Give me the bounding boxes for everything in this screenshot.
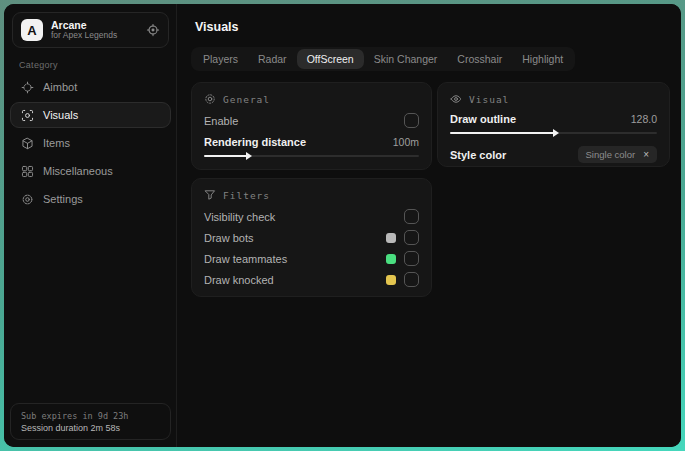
tab-skin-changer[interactable]: Skin Changer <box>364 49 448 69</box>
funnel-icon <box>204 189 216 201</box>
draw-outline-value: 128.0 <box>631 113 657 125</box>
visibility-check-checkbox[interactable] <box>404 209 419 224</box>
draw-bots-label: Draw bots <box>204 232 254 244</box>
filters-section-header: Filters <box>204 189 419 201</box>
draw-knocked-row: Draw knocked <box>204 272 419 287</box>
visibility-check-row: Visibility check <box>204 209 419 224</box>
draw-knocked-checkbox[interactable] <box>404 272 419 287</box>
style-color-select[interactable]: Single color × <box>578 146 657 163</box>
slider-arrow-icon <box>246 152 252 160</box>
slider-arrow-icon <box>553 129 559 137</box>
filters-section: Filters Visibility check Draw bots Draw … <box>191 178 432 297</box>
rendering-distance-slider[interactable] <box>204 152 419 160</box>
slider-thumb[interactable] <box>450 132 554 134</box>
enable-row: Enable <box>204 113 419 128</box>
enable-checkbox[interactable] <box>404 113 419 128</box>
sidebar: A Arcane for Apex Legends Category Aimbo… <box>4 4 177 447</box>
draw-knocked-label: Draw knocked <box>204 274 274 286</box>
sidebar-item-aimbot[interactable]: Aimbot <box>10 74 171 100</box>
tab-crosshair[interactable]: Crosshair <box>447 49 512 69</box>
subscription-status-card: Sub expires in 9d 23h Session duration 2… <box>10 403 171 440</box>
style-color-label: Style color <box>450 149 506 161</box>
sidebar-menu: Aimbot Visuals Items <box>10 74 171 212</box>
tab-radar[interactable]: Radar <box>248 49 297 69</box>
draw-teammates-label: Draw teammates <box>204 253 287 265</box>
desktop-background: A Arcane for Apex Legends Category Aimbo… <box>0 0 685 451</box>
cube-icon <box>21 137 34 150</box>
target-icon[interactable] <box>146 23 160 37</box>
draw-bots-row: Draw bots <box>204 230 419 245</box>
style-color-row: Style color Single color × <box>450 146 657 163</box>
grid-icon <box>21 165 34 178</box>
crosshair-icon <box>21 81 34 94</box>
rendering-distance-row: Rendering distance 100m <box>204 136 419 148</box>
draw-bots-checkbox[interactable] <box>404 230 419 245</box>
draw-teammates-checkbox[interactable] <box>404 251 419 266</box>
rendering-distance-value: 100m <box>393 136 419 148</box>
general-section-title: General <box>223 94 270 105</box>
draw-knocked-color-swatch[interactable] <box>386 275 396 285</box>
draw-teammates-color-swatch[interactable] <box>386 254 396 264</box>
sidebar-item-visuals[interactable]: Visuals <box>10 102 171 128</box>
main-panel: Visuals Players Radar OffScreen Skin Cha… <box>178 4 681 447</box>
sidebar-item-miscellaneous[interactable]: Miscellaneous <box>10 158 171 184</box>
tab-bar: Players Radar OffScreen Skin Changer Cro… <box>191 47 575 71</box>
visual-section-title: Visual <box>469 94 509 105</box>
tab-offscreen[interactable]: OffScreen <box>297 49 364 69</box>
slider-thumb[interactable] <box>204 155 247 157</box>
sidebar-item-label: Miscellaneous <box>43 165 113 177</box>
app-logo-card: A Arcane for Apex Legends <box>12 12 169 48</box>
app-window: A Arcane for Apex Legends Category Aimbo… <box>4 4 681 447</box>
sidebar-item-items[interactable]: Items <box>10 130 171 156</box>
tab-highlight[interactable]: Highlight <box>512 49 573 69</box>
general-section-header: General <box>204 93 419 105</box>
draw-teammates-row: Draw teammates <box>204 251 419 266</box>
app-identity: Arcane for Apex Legends <box>51 19 138 41</box>
draw-outline-slider[interactable] <box>450 129 657 137</box>
category-label: Category <box>19 60 58 70</box>
sidebar-item-label: Aimbot <box>43 81 77 93</box>
gear-icon <box>21 193 34 206</box>
draw-bots-color-swatch[interactable] <box>386 233 396 243</box>
app-logo: A <box>21 19 43 41</box>
filters-section-title: Filters <box>223 190 270 201</box>
draw-outline-label: Draw outline <box>450 113 516 125</box>
visibility-check-label: Visibility check <box>204 211 275 223</box>
session-duration-text: Session duration 2m 58s <box>21 423 160 433</box>
visual-section-header: Visual <box>450 93 657 105</box>
tab-players[interactable]: Players <box>193 49 248 69</box>
sub-expires-text: Sub expires in 9d 23h <box>21 411 160 421</box>
scan-eye-icon <box>21 109 34 122</box>
sidebar-item-settings[interactable]: Settings <box>10 186 171 212</box>
style-color-value: Single color <box>586 149 636 160</box>
sidebar-item-label: Items <box>43 137 70 149</box>
enable-label: Enable <box>204 115 238 127</box>
clear-icon[interactable]: × <box>643 150 649 160</box>
general-section: General Enable Rendering distance 100m <box>191 82 432 170</box>
draw-outline-row: Draw outline 128.0 <box>450 113 657 125</box>
visual-section: Visual Draw outline 128.0 Style color Si… <box>437 82 670 167</box>
rendering-distance-label: Rendering distance <box>204 136 306 148</box>
sidebar-item-label: Visuals <box>43 109 78 121</box>
eye-icon <box>450 93 462 105</box>
page-title: Visuals <box>195 20 239 34</box>
sidebar-item-label: Settings <box>43 193 83 205</box>
app-subtitle: for Apex Legends <box>51 31 138 41</box>
sun-icon <box>204 93 216 105</box>
